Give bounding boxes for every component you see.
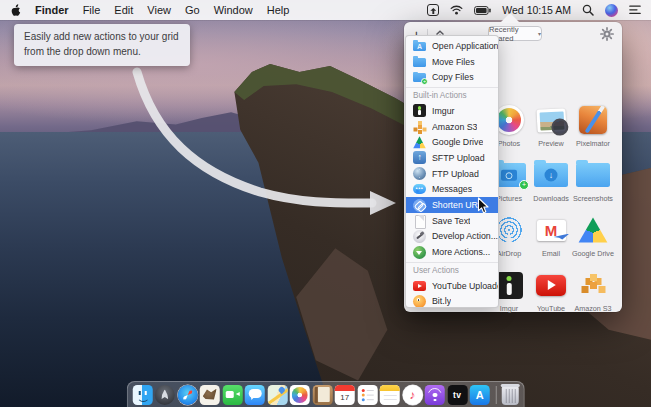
menu-item-google-drive[interactable]: Google Drive bbox=[406, 134, 498, 150]
link-icon bbox=[413, 199, 426, 212]
desktop: Finder File Edit View Go Window Help bbox=[0, 0, 651, 407]
spotlight-search-icon[interactable] bbox=[582, 4, 594, 16]
email-icon bbox=[537, 220, 566, 241]
menu-view[interactable]: View bbox=[147, 4, 171, 16]
siri-icon[interactable] bbox=[605, 4, 618, 17]
menu-item-label: SFTP Upload bbox=[432, 153, 485, 163]
dock-photos-icon[interactable] bbox=[290, 385, 310, 405]
more-icon bbox=[413, 246, 426, 259]
grid-item-youtube[interactable]: YouTube bbox=[530, 267, 572, 322]
grid-item-screenshots[interactable]: Screenshots bbox=[572, 157, 614, 212]
grid-item-label: Screenshots bbox=[573, 194, 613, 203]
settings-gear-icon[interactable] bbox=[600, 27, 614, 41]
menu-item-messages[interactable]: •••Messages bbox=[406, 182, 498, 198]
sftp-icon bbox=[413, 151, 426, 164]
dock-facetime-icon[interactable] bbox=[222, 385, 242, 405]
folder-plain-icon bbox=[576, 163, 610, 187]
grid-item-email[interactable]: Email bbox=[530, 212, 572, 267]
chevron-down-icon: ▾ bbox=[538, 30, 541, 37]
grid-item-label: Imgur bbox=[500, 304, 518, 313]
grid-item-label: Google Drive bbox=[572, 249, 614, 258]
dock-safari-icon[interactable] bbox=[177, 385, 197, 405]
grid-item-label: Pixelmator bbox=[576, 139, 610, 148]
menu-item-sftp-upload[interactable]: SFTP Upload bbox=[406, 150, 498, 166]
bitly-icon bbox=[413, 295, 426, 308]
menu-item-copy-files[interactable]: +Copy Files bbox=[406, 69, 498, 85]
dock-tv-icon[interactable] bbox=[447, 385, 467, 405]
menu-go[interactable]: Go bbox=[185, 4, 200, 16]
menu-file[interactable]: File bbox=[83, 4, 101, 16]
grid-item-downloads[interactable]: ↓Downloads bbox=[530, 157, 572, 212]
grid-item-google-drive[interactable]: Google Drive bbox=[572, 212, 614, 267]
folder-plus-icon: + bbox=[413, 71, 426, 84]
preview-icon bbox=[536, 108, 566, 132]
menu-item-amazon-s3[interactable]: Amazon S3 bbox=[406, 119, 498, 135]
menu-item-label: Save Text bbox=[432, 216, 470, 226]
dock-maps-icon[interactable] bbox=[267, 385, 287, 405]
youtube-lg-icon bbox=[536, 275, 566, 296]
dock-messages-icon[interactable] bbox=[245, 385, 265, 405]
menu-item-move-files[interactable]: Move Files bbox=[406, 54, 498, 70]
dock-appstore-icon[interactable] bbox=[470, 385, 490, 405]
menu-item-label: FTP Upload bbox=[432, 169, 479, 179]
menu-item-youtube-uploader[interactable]: YouTube Uploader bbox=[406, 278, 498, 294]
menu-item-label: Develop Action... bbox=[432, 231, 498, 241]
s3-lg-icon bbox=[580, 272, 606, 298]
dock-calendar-icon[interactable] bbox=[335, 385, 355, 405]
menu-item-label: Messages bbox=[432, 184, 472, 194]
menu-item-label: Amazon S3 bbox=[432, 122, 477, 132]
youtube-icon bbox=[413, 279, 426, 292]
grid-item-label: Photos bbox=[498, 139, 520, 148]
menu-window[interactable]: Window bbox=[214, 4, 253, 16]
dropshare-panel: + Recently Shared ▾ bbox=[404, 22, 622, 312]
battery-icon[interactable] bbox=[474, 6, 491, 15]
menu-item-save-text[interactable]: Save Text bbox=[406, 213, 498, 229]
section-header-built-in-actions: Built-in Actions bbox=[406, 87, 498, 103]
grid-item-pixelmator[interactable]: Pixelmator bbox=[572, 102, 614, 157]
menu-item-ftp-upload[interactable]: FTP Upload bbox=[406, 166, 498, 182]
menu-item-bit-ly[interactable]: Bit.ly bbox=[406, 294, 498, 308]
menu-item-more-actions[interactable]: More Actions... bbox=[406, 244, 498, 260]
menu-item-label: Imgur bbox=[432, 106, 455, 116]
mouse-cursor bbox=[477, 197, 490, 215]
menu-item-label: YouTube Uploader bbox=[432, 281, 498, 291]
callout-text: Easily add new actions to your grid from… bbox=[24, 31, 179, 57]
grid-item-preview[interactable]: Preview bbox=[530, 102, 572, 157]
dock-notes-icon[interactable] bbox=[380, 385, 400, 405]
action-grid: PhotosPreviewPixelmator+Pictures↓Downloa… bbox=[488, 102, 616, 322]
menu-item-label: Move Files bbox=[432, 57, 475, 67]
grid-item-label: Email bbox=[542, 249, 560, 258]
folder-app-icon: A bbox=[413, 39, 426, 52]
grid-item-label: Pictures bbox=[496, 194, 522, 203]
popover-arrow bbox=[500, 13, 520, 23]
notification-center-icon[interactable] bbox=[629, 5, 641, 15]
dock-finder-icon[interactable] bbox=[132, 385, 152, 405]
dock-contacts-icon[interactable] bbox=[312, 385, 332, 405]
menu-item-label: Copy Files bbox=[432, 72, 474, 82]
menu-item-develop-action[interactable]: Develop Action... bbox=[406, 229, 498, 245]
dock-launchpad-icon[interactable] bbox=[155, 385, 175, 405]
wifi-icon[interactable] bbox=[450, 5, 463, 15]
dock-reminders-icon[interactable] bbox=[357, 385, 377, 405]
menu-item-label: Google Drive bbox=[432, 137, 483, 147]
dock-podcasts-icon[interactable] bbox=[425, 385, 445, 405]
menu-finder[interactable]: Finder bbox=[35, 4, 69, 16]
apple-menu-icon[interactable] bbox=[10, 4, 21, 17]
grid-item-label: Amazon S3 bbox=[574, 304, 611, 313]
grid-item-amazon-s3[interactable]: Amazon S3 bbox=[572, 267, 614, 322]
ftp-icon bbox=[413, 167, 426, 180]
add-action-menu: AOpen ApplicationMove Files+Copy FilesBu… bbox=[405, 35, 499, 308]
section-header-user-actions: User Actions bbox=[406, 262, 498, 278]
dropshare-menubar-icon[interactable] bbox=[427, 4, 439, 16]
gdrive-icon bbox=[413, 136, 426, 149]
dock-music-icon[interactable] bbox=[402, 385, 422, 405]
dock-trash-icon[interactable] bbox=[502, 386, 519, 405]
dock-mail-icon[interactable] bbox=[200, 385, 220, 405]
menu-item-label: Shorten URL bbox=[432, 200, 483, 210]
menu-item-imgur[interactable]: Imgur bbox=[406, 103, 498, 119]
imgur-icon bbox=[413, 104, 426, 117]
folder-icon bbox=[413, 55, 426, 68]
menu-item-open-application[interactable]: AOpen Application bbox=[406, 38, 498, 54]
menu-edit[interactable]: Edit bbox=[114, 4, 133, 16]
menu-help[interactable]: Help bbox=[267, 4, 290, 16]
